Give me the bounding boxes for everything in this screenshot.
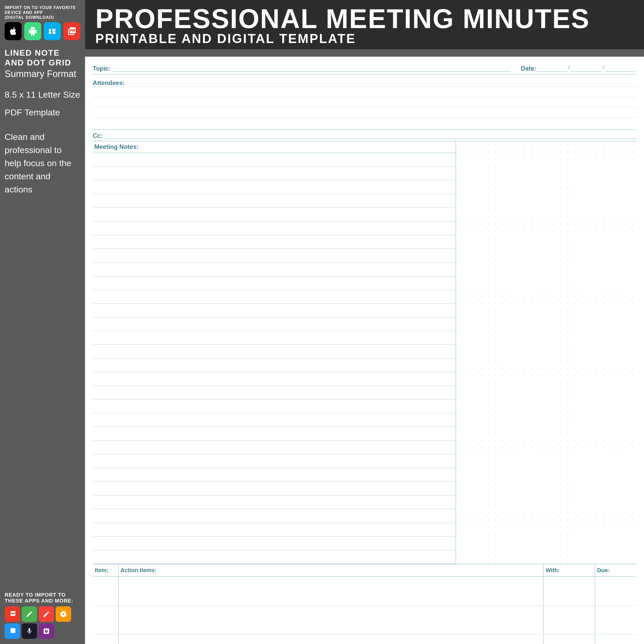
topic-date-row: Topic: Date: / / bbox=[93, 64, 636, 74]
lined-row bbox=[93, 386, 456, 400]
action-header-row: Item: Action Items: With: Due: bbox=[93, 564, 636, 577]
action-cell-item bbox=[93, 635, 118, 644]
pdf-template: PDF Template bbox=[5, 107, 80, 117]
action-cell-with bbox=[544, 635, 595, 644]
lined-row bbox=[93, 235, 456, 249]
lined-row bbox=[93, 413, 456, 427]
bottom-app-icons bbox=[5, 606, 80, 639]
cc-label: Cc: bbox=[93, 132, 103, 139]
lined-row bbox=[93, 454, 456, 468]
sidebar: IMPORT ON TO YOUR FAVORITE DEVICE AND AP… bbox=[0, 0, 85, 644]
letter-size: 8.5 x 11 Letter Size bbox=[5, 90, 80, 100]
lined-row bbox=[93, 249, 456, 262]
big-subtitle: PRINTABLE AND DIGITAL TEMPLATE bbox=[95, 32, 634, 45]
app-icons-row bbox=[5, 22, 80, 40]
lined-row bbox=[93, 482, 456, 495]
cc-section: Cc: bbox=[93, 130, 636, 141]
date-slash-2: / bbox=[603, 64, 604, 71]
action-cell-desc bbox=[118, 606, 544, 634]
svg-rect-1 bbox=[456, 141, 636, 564]
android-icon bbox=[24, 22, 41, 40]
action-cell-item bbox=[93, 577, 118, 605]
action-cell-with bbox=[544, 577, 595, 605]
lined-row bbox=[93, 345, 456, 358]
pdf-icon bbox=[63, 22, 80, 40]
meeting-notes-col: Meeting Notes: bbox=[93, 141, 456, 564]
lined-row bbox=[93, 180, 456, 194]
action-cell-due bbox=[595, 635, 636, 644]
action-cell-with bbox=[544, 606, 595, 634]
apple-icon bbox=[5, 22, 22, 40]
action-items-section: Item: Action Items: With: Due: bbox=[93, 564, 636, 644]
bottom-red-pen-icon bbox=[39, 606, 54, 622]
lined-row bbox=[93, 550, 456, 564]
windows-icon bbox=[44, 22, 61, 40]
big-title: PROFESSIONAL MEETING MINUTES bbox=[95, 5, 634, 32]
bottom-orange-icon bbox=[56, 606, 71, 622]
date-field-2 bbox=[571, 65, 602, 72]
lined-row bbox=[93, 400, 456, 413]
lined-row bbox=[93, 290, 456, 304]
lined-row bbox=[93, 441, 456, 454]
lined-row bbox=[93, 537, 456, 550]
notes-grid-section: Meeting Notes: bbox=[93, 141, 636, 564]
action-cell-desc bbox=[118, 635, 544, 644]
lined-row bbox=[93, 523, 456, 537]
action-cell-desc bbox=[118, 577, 544, 605]
action-data-row bbox=[93, 635, 636, 644]
lined-row bbox=[93, 427, 456, 440]
topic-field-line bbox=[112, 65, 511, 72]
dot-grid-col bbox=[456, 141, 636, 564]
action-due-header: Due: bbox=[595, 564, 636, 576]
lined-row bbox=[93, 276, 456, 290]
date-group: Date: / / bbox=[521, 64, 636, 72]
lined-row bbox=[93, 372, 456, 386]
topic-label: Topic: bbox=[93, 65, 111, 72]
action-data-row bbox=[93, 577, 636, 606]
bottom-blue-icon bbox=[5, 623, 20, 639]
lined-row bbox=[93, 317, 456, 331]
action-data-row bbox=[93, 606, 636, 635]
main-template: Topic: Date: / / Attendees: Cc: Meeting … bbox=[85, 57, 644, 644]
meeting-notes-header: Meeting Notes: bbox=[93, 141, 456, 153]
feature-label: LINED NOTE AND DOT GRID bbox=[5, 48, 80, 68]
lined-row bbox=[93, 509, 456, 523]
attendee-row-5 bbox=[93, 118, 636, 128]
action-item-header: Item: bbox=[93, 564, 118, 576]
attendee-row-4 bbox=[93, 107, 636, 118]
summary-format: Summary Format bbox=[5, 69, 80, 79]
lined-row bbox=[93, 153, 456, 167]
bottom-mic-icon bbox=[22, 623, 37, 639]
date-slash-1: / bbox=[568, 64, 570, 71]
big-header: PROFESSIONAL MEETING MINUTES PRINTABLE A… bbox=[85, 0, 644, 49]
bottom-section: READY TO IMPORT TO THESE APPS AND MORE: bbox=[5, 592, 80, 639]
lined-row bbox=[93, 194, 456, 208]
lined-row bbox=[93, 468, 456, 482]
lined-area bbox=[93, 153, 456, 564]
bottom-pen-icon bbox=[22, 606, 37, 622]
ready-text: READY TO IMPORT TO THESE APPS AND MORE: bbox=[5, 592, 80, 604]
lined-row bbox=[93, 331, 456, 345]
action-desc-header: Action Items: bbox=[118, 564, 544, 576]
attendees-label: Attendees: bbox=[93, 79, 125, 87]
lined-row bbox=[93, 495, 456, 509]
description: Clean and professional to help focus on … bbox=[5, 130, 80, 196]
action-body bbox=[93, 577, 636, 644]
import-text: IMPORT ON TO YOUR FAVORITE DEVICE AND AP… bbox=[5, 5, 80, 20]
bottom-onenote-icon bbox=[39, 623, 54, 639]
action-cell-due bbox=[595, 577, 636, 605]
attendee-row-1: Attendees: bbox=[93, 77, 636, 87]
lined-row bbox=[93, 262, 456, 276]
attendee-row-2 bbox=[93, 87, 636, 97]
lined-row bbox=[93, 208, 456, 222]
lined-row bbox=[93, 167, 456, 180]
date-label: Date: bbox=[521, 65, 536, 72]
dot-grid-svg bbox=[456, 141, 636, 564]
lined-row bbox=[93, 222, 456, 235]
date-field-3 bbox=[605, 65, 636, 72]
action-cell-due bbox=[595, 606, 636, 634]
cc-field-line bbox=[104, 133, 636, 139]
lined-row bbox=[93, 359, 456, 372]
action-with-header: With: bbox=[544, 564, 595, 576]
action-cell-item bbox=[93, 606, 118, 634]
